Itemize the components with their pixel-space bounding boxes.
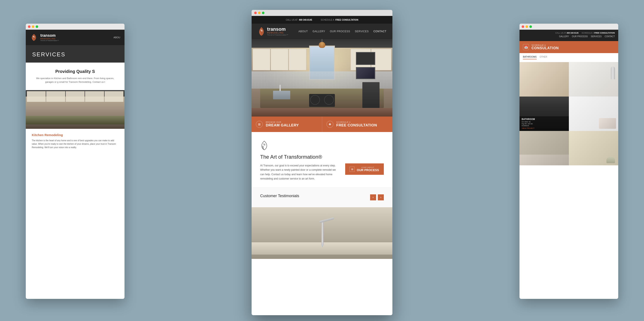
browse-gallery-action[interactable]: ⊞ BROWSE OUR DREAM GALLERY	[252, 116, 322, 132]
services-heading: SERVICES	[32, 51, 118, 58]
nav-gallery[interactable]: GALLERY	[312, 30, 325, 33]
left-logo-tagline: The Art of Transformation™	[40, 40, 59, 41]
nav-services[interactable]: SERVICES	[355, 30, 368, 33]
maximize-dot-right[interactable]	[529, 25, 532, 28]
titlebar-center	[252, 10, 392, 16]
browse-icon: ⊞	[256, 121, 263, 128]
right-nav: GALLERY OUR PROCESS SERVICES CONTACT	[523, 35, 615, 39]
schedule-consultation-btn[interactable]: 📅 SCHEDULE A CONSULATION	[520, 41, 618, 53]
gallery-cell-3[interactable]: BATHROOM ion dolor sit,ing elit, sed doi…	[520, 97, 569, 131]
nav-contact[interactable]: CONTACT	[373, 30, 386, 33]
center-logo-name: transom	[267, 27, 288, 32]
hero-cooktop	[309, 94, 335, 107]
minimize-dot-right[interactable]	[526, 25, 528, 28]
right-phone: 469 340-8145	[566, 32, 578, 34]
tab-other[interactable]: OTHER	[540, 56, 547, 59]
center-nav: transom REMODELING The Art of Transforma…	[252, 24, 392, 39]
kitchen-title: Kitchen Remodeling	[32, 133, 118, 137]
schedule-small: SCHEDULE A	[532, 44, 559, 46]
center-logo: transom REMODELING The Art of Transforma…	[258, 27, 288, 36]
learn-btn-icon: ▤	[350, 167, 355, 172]
browse-small: BROWSE OUR	[266, 121, 299, 123]
minimize-dot-left[interactable]	[32, 25, 34, 28]
center-logo-sub: REMODELING	[267, 32, 288, 34]
cell-link-3[interactable]: VIEW PROJECT	[522, 127, 567, 129]
right-schedule-label: SCHEDULE A FREE CONSULTATION	[582, 32, 615, 34]
hero-cab-1	[253, 49, 270, 70]
next-arrow[interactable]: ›	[378, 194, 384, 200]
cab-4	[85, 91, 104, 102]
providing-quality-heading: Providing Quality S	[32, 69, 118, 74]
center-logo-tag: The Art of Transformation™	[267, 34, 288, 36]
right-nav-services[interactable]: SERVICES	[591, 35, 602, 38]
main-body: At Transom, our goal is to exceed your e…	[260, 164, 384, 181]
browse-big: DREAM GALLERY	[266, 123, 299, 127]
right-site-header: CALL US AT 469 340-8145 SCHEDULE A FREE …	[520, 30, 618, 41]
art-paragraph: At Transom, our goal is to exceed your e…	[260, 164, 340, 181]
hero-floor	[252, 108, 392, 116]
frame-1	[356, 52, 375, 65]
gallery-cell-5[interactable]	[520, 131, 569, 165]
cab-1	[27, 91, 46, 102]
logo-icon-left	[30, 34, 38, 41]
gallery-cell-1[interactable]	[520, 62, 569, 97]
hero-upper-cabs-left	[252, 48, 308, 71]
frame-2	[356, 67, 375, 79]
schedule-action[interactable]: ✚ SCHEDULE A FREE CONSULTATION	[322, 116, 393, 132]
schedule-btn-text: SCHEDULE A CONSULATION	[532, 44, 559, 50]
minimize-dot-center[interactable]	[258, 12, 260, 14]
right-nav-gallery[interactable]: GALLERY	[559, 35, 569, 38]
right-nav-contact[interactable]: CONTACT	[604, 35, 615, 38]
center-logo-icon	[258, 27, 265, 36]
bottom-hero-image	[252, 207, 392, 259]
testimonials-heading: Customer Testimonials	[260, 194, 299, 198]
hero-faucet	[280, 85, 281, 91]
right-free-consult: FREE CONSULTATION	[594, 32, 615, 34]
nav-about[interactable]: ABOUT	[298, 30, 308, 33]
nav-our-process[interactable]: OUR PROCESS	[330, 30, 350, 33]
gallery-grid: BATHROOM ion dolor sit,ing elit, sed doi…	[520, 62, 618, 165]
art-section-icon	[260, 141, 268, 150]
browse-text: BROWSE OUR DREAM GALLERY	[266, 121, 299, 127]
learn-small: LEAR ABOUT	[357, 167, 379, 168]
tab-bathrooms[interactable]: BATHROOMS	[523, 56, 537, 59]
close-dot-left[interactable]	[28, 25, 30, 28]
art-heading: The Art of Transformation®	[260, 154, 384, 160]
schedule-text: SCHEDULE A FREE CONSULTATION	[336, 121, 377, 127]
hero-cab-3	[289, 49, 306, 70]
learn-big: OUR PROCESS	[357, 168, 379, 172]
hero-actions-bar: ⊞ BROWSE OUR DREAM GALLERY ✚ SCHEDULE A …	[252, 116, 392, 132]
testimonial-nav: ‹ ›	[370, 194, 384, 200]
cabinets-sim	[26, 90, 124, 103]
cell-sub-3: ion dolor sit,ing elit, sed doincididunt…	[522, 121, 567, 127]
close-dot-center[interactable]	[254, 12, 257, 14]
topbar-phone: 469 340-8145	[299, 19, 312, 21]
testimonials-row: Customer Testimonials ‹ ›	[260, 194, 384, 201]
right-topbar: CALL US AT 469 340-8145 SCHEDULE A FREE …	[523, 32, 615, 34]
topbar-schedule: SCHEDULE A FREE CONSULTATION	[321, 19, 358, 21]
kitchen-overlay	[26, 116, 124, 129]
learn-btn-text: LEAR ABOUT OUR PROCESS	[357, 167, 379, 172]
pendant-shade	[319, 42, 325, 48]
maximize-dot-left[interactable]	[36, 25, 38, 28]
gallery-cell-4[interactable]	[569, 97, 618, 131]
maximize-dot-center[interactable]	[262, 12, 264, 14]
left-logo-name: transom	[40, 34, 59, 38]
cab-3	[66, 91, 84, 102]
learn-process-button[interactable]: ▤ LEAR ABOUT OUR PROCESS	[345, 164, 384, 175]
gallery-tabs: BATHROOMS OTHER	[520, 53, 618, 62]
gallery-cell-2[interactable]	[569, 62, 618, 97]
frame-1-img	[358, 54, 373, 63]
services-banner: SERVICES	[26, 45, 124, 63]
right-nav-process[interactable]: OUR PROCESS	[572, 35, 588, 38]
kitchen-description: The kitchen is the heart of any home and…	[32, 139, 118, 149]
gallery-cell-6[interactable]	[569, 131, 618, 165]
left-site-header: transom REMODELING The Art of Transforma…	[26, 30, 124, 45]
hero-sink	[273, 91, 290, 99]
schedule-icon: ✚	[326, 121, 334, 128]
left-logo-sub: REMODELING	[40, 38, 59, 40]
kitchen-image-left	[26, 90, 124, 129]
close-dot-right[interactable]	[522, 25, 524, 28]
gallery-overlay-3: BATHROOM ion dolor sit,ing elit, sed doi…	[520, 116, 569, 131]
prev-arrow[interactable]: ‹	[370, 194, 376, 200]
